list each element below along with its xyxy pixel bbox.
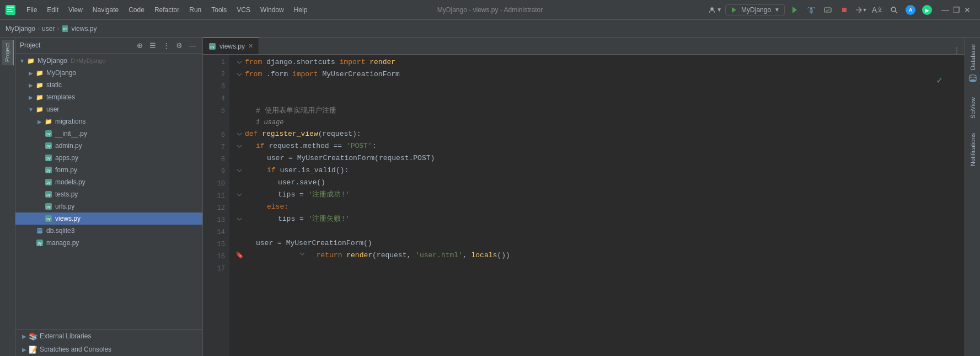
tree-item-scratches[interactable]: ▶ 📝 Scratches and Consoles (15, 343, 202, 356)
menu-navigate[interactable]: Navigate (88, 4, 123, 16)
coverage-button[interactable] (821, 3, 834, 17)
tree-arrow-user: ▼ (26, 105, 35, 114)
sidebar-add-icon[interactable]: ⊕ (134, 40, 145, 51)
line-num-3: 3 (207, 81, 225, 93)
sidebar-more-icon[interactable]: ⋮ (160, 40, 172, 51)
sidebar-settings-icon[interactable]: ⚙ (174, 40, 185, 51)
menu-vcs[interactable]: VCS (232, 4, 255, 16)
line-12-content: else: (267, 201, 288, 213)
tree-item-user[interactable]: ▼ 📁 user (15, 103, 202, 115)
sidebar: Project ⊕ ☰ ⋮ ⚙ — ▼ 📁 MyDjango D:\MyDjan… (15, 38, 203, 356)
code-line-2: from .form import MyUserCreationForm (234, 68, 965, 81)
tree-item-db-sqlite3[interactable]: db.sqlite3 (15, 225, 202, 237)
fold-icon-2[interactable] (236, 71, 243, 78)
fold-icon-13[interactable] (236, 216, 243, 222)
svg-point-36 (37, 231, 42, 233)
fold-icon-11[interactable] (236, 192, 243, 198)
title-bar: File Edit View Navigate Code Refactor Ru… (0, 0, 980, 20)
code-line-5: # 使用表单实现用户注册 (234, 105, 965, 117)
code-editor[interactable]: 1 2 3 4 5 6 7 8 9 10 11 12 13 14 15 16 1… (203, 55, 965, 356)
panel-notifications-label: Notifications (970, 133, 976, 166)
breadcrumb-views-py[interactable]: views.py (71, 25, 97, 33)
fold-icon-9[interactable] (236, 167, 243, 174)
menu-refactor[interactable]: Refactor (150, 4, 184, 16)
tree-item-manage-py[interactable]: py manage.py (15, 237, 202, 249)
line-num-16: 16 (207, 251, 225, 263)
sidebar-layout-icon[interactable]: ☰ (147, 40, 158, 51)
menu-edit[interactable]: Edit (42, 4, 63, 16)
menu-view[interactable]: View (64, 4, 87, 16)
run-button[interactable] (788, 3, 801, 17)
panel-tab-notifications[interactable]: Notifications (967, 129, 978, 171)
menu-code[interactable]: Code (124, 4, 149, 16)
code-line-4 (234, 93, 965, 105)
sidebar-collapse-icon[interactable]: — (187, 40, 198, 51)
fold-icon-1[interactable] (236, 59, 243, 66)
menu-window[interactable]: Window (256, 4, 288, 16)
line-numbers: 1 2 3 4 5 6 7 8 9 10 11 12 13 14 15 16 1… (203, 55, 229, 356)
search-everywhere-button[interactable] (887, 3, 901, 17)
close-button[interactable]: ✕ (963, 6, 971, 14)
tab-close-icon[interactable]: ✕ (248, 42, 253, 50)
tab-views-py[interactable]: py views.py ✕ (203, 38, 259, 54)
tree-item-external-libraries[interactable]: ▶ 📚 External Libraries (15, 330, 202, 343)
py-icon-init: py (44, 129, 53, 138)
menu-run[interactable]: Run (185, 4, 206, 16)
line-num-9: 9 (207, 166, 225, 178)
tree-item-form-py[interactable]: py form.py (15, 164, 202, 176)
line-num-4: 4 (207, 93, 225, 105)
code-line-11: tips = '注册成功!' (234, 189, 965, 201)
breadcrumb-project[interactable]: MyDjango (6, 25, 35, 33)
more-button[interactable]: ▶ (920, 3, 934, 17)
kw-else-12: else: (267, 203, 288, 211)
param-request: request (322, 128, 352, 140)
menu-bar: File Edit View Navigate Code Refactor Ru… (22, 4, 709, 16)
fold-icon-6[interactable] (236, 131, 243, 137)
user-avatar[interactable]: A (904, 3, 917, 17)
project-panel-tab[interactable]: Project (2, 40, 14, 65)
app-logo (4, 4, 17, 16)
menu-tools[interactable]: Tools (207, 4, 231, 16)
run-config-selector[interactable]: MyDjango ▼ (725, 4, 785, 15)
menu-help[interactable]: Help (290, 4, 312, 16)
paren-close-6: ): (352, 128, 361, 140)
tree-item-init-py[interactable]: py __init__.py (15, 127, 202, 140)
tree-item-mydjango-root[interactable]: ▼ 📁 MyDjango D:\MyDjango (15, 55, 202, 67)
tree-item-templates[interactable]: ▶ 📁 templates (15, 91, 202, 103)
profile-button[interactable]: ▼ (709, 3, 722, 17)
tree-arrow-templates: ▶ (26, 93, 35, 102)
code-content[interactable]: from django.shortcuts import render from… (229, 55, 965, 356)
tree-item-static[interactable]: ▶ 📁 static (15, 79, 202, 91)
menu-file[interactable]: File (22, 4, 41, 16)
minimize-button[interactable]: — (941, 6, 949, 14)
tree-item-models-py[interactable]: py models.py (15, 176, 202, 188)
tree-item-tests-py[interactable]: py tests.py (15, 188, 202, 200)
line-10-content: user.save() (278, 177, 325, 189)
stop-button[interactable] (838, 3, 851, 17)
py-icon-apps: py (44, 153, 53, 162)
panel-tab-database[interactable]: Database (966, 40, 979, 87)
tree-item-views-py[interactable]: py views.py (15, 212, 202, 225)
code-line-16: 🔖 return render(request, 'user.html', lo… (234, 249, 965, 262)
line-9-content: if user.is_valid(): (267, 164, 349, 177)
breadcrumb-user[interactable]: user (42, 25, 55, 33)
tree-item-urls-py[interactable]: py urls.py (15, 200, 202, 212)
tab-menu-button[interactable]: ⋮ (949, 46, 965, 54)
svg-point-10 (891, 7, 896, 12)
folder-icon-mydjango-sub: 📁 (35, 68, 44, 77)
maximize-button[interactable]: ❐ (952, 6, 960, 14)
translate-button[interactable]: A文 (871, 3, 884, 17)
tree-item-apps-py[interactable]: py apps.py (15, 152, 202, 164)
tree-item-migrations[interactable]: ▶ 📁 migrations (15, 115, 202, 127)
tree-arrow-scratches: ▶ (20, 345, 29, 354)
tree-item-admin-py[interactable]: py admin.py (15, 140, 202, 152)
fold-icon-7[interactable] (236, 143, 243, 150)
panel-tab-sciview[interactable]: SciView (967, 93, 978, 123)
line-13-content: tips = '注册失败!' (278, 213, 350, 225)
debug-button[interactable] (805, 3, 818, 17)
paren-6: ( (318, 128, 323, 140)
tree-item-mydjango-sub[interactable]: ▶ 📁 MyDjango (15, 67, 202, 79)
more-run-options[interactable]: ▼ (854, 3, 867, 17)
line-num-5: 5 (207, 105, 225, 117)
fold-icon-16[interactable] (299, 251, 306, 257)
